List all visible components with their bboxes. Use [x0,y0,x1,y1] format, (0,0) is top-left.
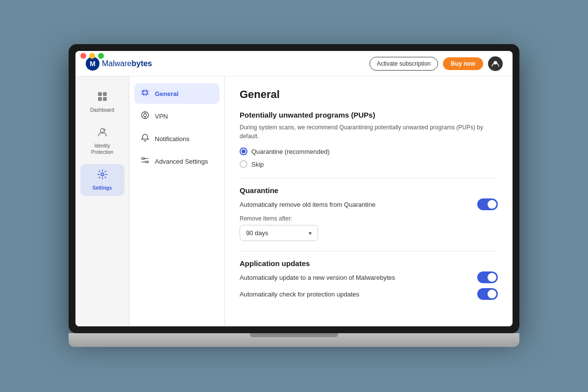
pups-section: Potentially unwanted programs (PUPs) Dur… [240,111,498,168]
maximize-button-light[interactable] [98,53,104,59]
top-bar-actions: Activate subscription Buy now [369,56,503,71]
sidebar-item-settings[interactable]: Settings [80,164,124,196]
chevron-down-icon: ▾ [309,230,312,237]
sidebar-item-dashboard[interactable]: Dashboard [80,86,124,118]
svg-rect-3 [98,92,102,96]
nav-item-general[interactable]: General [134,83,220,104]
svg-rect-4 [103,92,107,96]
svg-rect-15 [146,161,148,163]
screen-bezel: M Malwarebytes Activate subscription Buy… [69,44,519,333]
identity-protection-label: Identity Protection [84,143,121,155]
auto-check-row: Automatically check for protection updat… [240,288,498,300]
user-avatar[interactable] [488,56,503,71]
quarantine-label: Quarantine (recommended) [251,148,330,155]
skip-radio[interactable] [240,160,247,168]
close-button-light[interactable] [80,53,86,59]
identity-protection-icon [97,127,108,141]
remove-after-dropdown[interactable]: 90 days ▾ [240,225,318,241]
app-window: M Malwarebytes Activate subscription Buy… [75,51,513,326]
activate-subscription-button[interactable]: Activate subscription [369,57,438,71]
svg-rect-14 [142,158,145,159]
dashboard-icon [97,91,108,105]
vpn-nav-label: VPN [155,113,168,120]
dashboard-label: Dashboard [90,107,114,113]
skip-label: Skip [251,161,264,168]
remove-after-value: 90 days [246,229,269,237]
divider-1 [240,178,498,178]
buy-now-button[interactable]: Buy now [443,57,483,70]
updates-section-title: Application updates [240,259,498,268]
minimize-button-light[interactable] [89,53,95,59]
top-bar: M Malwarebytes Activate subscription Buy… [75,51,513,76]
sidebar: Dashboard Identity Protection [75,76,129,326]
auto-check-label: Automatically check for protection updat… [240,291,359,298]
nav-item-notifications[interactable]: Notifications [134,128,220,149]
page-title: General [240,88,498,101]
svg-point-2 [494,61,497,64]
svg-rect-6 [103,97,107,101]
svg-rect-5 [98,97,102,101]
auto-remove-label: Automatically remove old items from Quar… [240,201,375,208]
content-area: General Potentially unwanted programs (P… [225,76,513,326]
laptop-notch [250,333,338,337]
logo-malware: Malware [102,59,131,68]
main-layout: Dashboard Identity Protection [75,76,513,326]
pups-section-desc: During system scans, we recommend Quaran… [240,123,498,141]
advanced-settings-nav-label: Advanced Settings [155,158,208,165]
auto-update-row: Automatically update to a new version of… [240,271,498,283]
logo-wordmark: Malwarebytes [102,59,152,68]
nav-item-vpn[interactable]: VPN [134,106,220,126]
traffic-lights [80,53,104,59]
user-icon [491,60,499,68]
remove-after-label: Remove items after: [240,215,498,222]
laptop-frame: M Malwarebytes Activate subscription Buy… [69,44,519,348]
divider-2 [240,251,498,251]
svg-point-9 [101,173,104,176]
notifications-nav-label: Notifications [155,135,190,143]
general-nav-label: General [155,90,178,98]
notifications-nav-icon [140,133,150,144]
skip-option[interactable]: Skip [240,160,498,168]
quarantine-section: Quarantine Automatically remove old item… [240,186,498,241]
svg-text:M: M [90,60,96,68]
settings-icon [97,169,108,183]
general-nav-icon [140,88,150,99]
logo-bytes: bytes [131,59,152,68]
auto-update-toggle[interactable] [477,271,498,283]
remove-after-row: Remove items after: 90 days ▾ [240,215,498,241]
laptop-base [69,333,519,347]
middle-nav: General VPN [129,76,225,326]
auto-check-toggle[interactable] [477,288,498,300]
nav-item-advanced-settings[interactable]: Advanced Settings [134,151,220,172]
quarantine-radio[interactable] [240,147,247,155]
auto-remove-toggle[interactable] [477,198,498,210]
auto-update-label: Automatically update to a new version of… [240,274,395,281]
settings-label: Settings [93,185,112,191]
updates-section: Application updates Automatically update… [240,259,498,300]
pups-section-title: Potentially unwanted programs (PUPs) [240,111,498,119]
advanced-settings-nav-icon [140,156,150,167]
auto-remove-row: Automatically remove old items from Quar… [240,198,498,210]
quarantine-section-title: Quarantine [240,186,498,195]
svg-point-11 [144,114,147,117]
sidebar-item-identity-protection[interactable]: Identity Protection [80,122,124,160]
quarantine-option[interactable]: Quarantine (recommended) [240,147,498,155]
pups-radio-group: Quarantine (recommended) Skip [240,147,498,168]
vpn-nav-icon [140,111,150,122]
